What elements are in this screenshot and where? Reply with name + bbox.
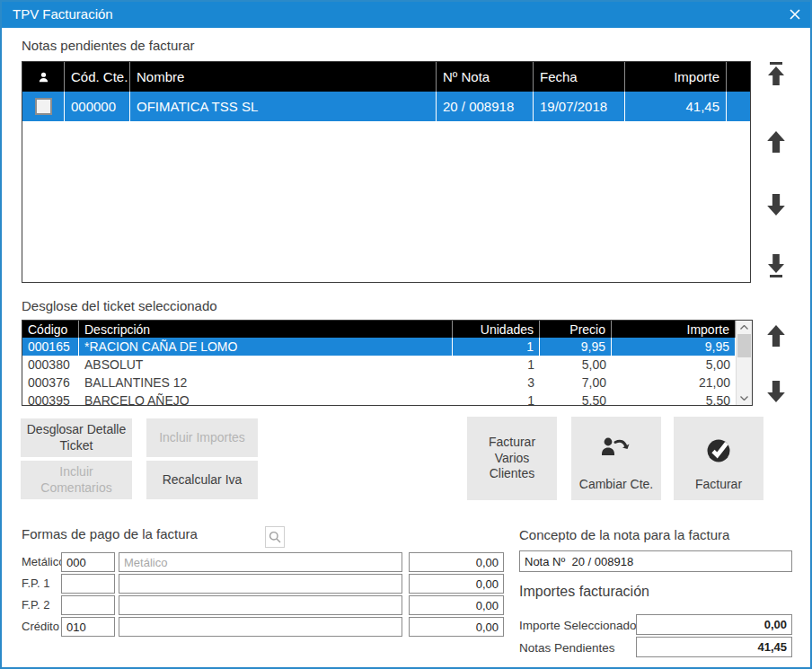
cell-descripcion: ABSOLUT [79,356,453,374]
ticket-detail-header: Código Descripción Unidades Precio Impor… [22,321,736,338]
cell-descripcion: BARCELO AÑEJO [79,392,453,406]
arrow-up-icon [767,325,785,347]
payment-amount-credito[interactable] [409,617,504,637]
client-column-header[interactable] [22,62,65,92]
column-header-nombre[interactable]: Nombre [130,62,437,92]
payment-amount-metalico[interactable] [409,552,504,572]
payment-code-credito[interactable] [61,617,115,637]
detail-scrollbar[interactable] [736,321,752,405]
payment-desc-metalico[interactable] [119,552,402,572]
column-header-importe[interactable]: Importe [612,321,736,338]
desglosar-detalle-button[interactable]: Desglosar Detalle Ticket [21,418,132,457]
arrow-down-icon [767,194,785,216]
facturar-button[interactable]: Facturar [674,417,763,500]
table-row[interactable]: 000376 BALLANTINES 12 3 7,00 21,00 [22,374,736,392]
column-header-descripcion[interactable]: Descripción [79,321,453,338]
check-circle-icon [674,436,763,463]
chevron-down-icon [740,396,748,401]
change-user-icon [571,436,661,460]
row-checkbox[interactable] [35,98,52,115]
window-title: TPV Facturación [13,6,113,22]
column-header-unidades[interactable]: Unidades [453,321,540,338]
payment-code-metalico[interactable] [61,552,115,572]
pending-notes-total-value[interactable] [636,637,792,657]
move-up-button[interactable] [762,126,790,158]
cell-unidades: 1 [453,392,540,406]
column-header-codigo[interactable]: Código [22,321,79,338]
payment-code-fp1[interactable] [61,574,115,594]
close-icon [790,9,800,20]
cell-precio: 7,00 [540,374,612,392]
payment-desc-credito[interactable] [119,617,402,637]
cambiar-cliente-button[interactable]: Cambiar Cte. [571,417,661,500]
payment-label-credito: Crédito [22,617,59,637]
column-header-num-nota[interactable]: Nº Nota [437,62,534,92]
scrollbar-thumb[interactable] [737,334,751,357]
cell-codigo: 000380 [22,356,79,374]
payment-desc-fp1[interactable] [119,574,402,594]
facturar-varios-button[interactable]: Facturar Varios Clientes [467,417,557,500]
table-row[interactable]: 000395 BARCELO AÑEJO 1 5,50 5,50 [22,392,736,406]
incluir-comentarios-button[interactable]: Incluir Comentarios [21,461,132,499]
cell-importe: 5,00 [612,356,736,374]
row-cod-cte: 000000 [65,92,130,121]
facturar-label: Facturar [695,477,742,493]
detail-move-down-button[interactable] [762,377,790,406]
payment-amount-fp1[interactable] [409,574,504,594]
column-header-cod-cte[interactable]: Cód. Cte. [65,62,130,92]
cell-importe: 9,95 [612,338,736,356]
payment-section-label: Formas de pago de la factura [22,526,198,541]
row-select-cell [22,92,65,121]
pending-notes-total-label: Notas Pendientes [519,641,615,655]
concept-input[interactable] [519,550,792,572]
row-fecha: 19/07/2018 [534,92,625,121]
cell-codigo: 000376 [22,374,79,392]
payment-code-fp2[interactable] [61,595,115,615]
cell-descripcion: BALLANTINES 12 [79,374,453,392]
selected-amount-label: Importe Seleccionado [519,619,637,632]
payment-label-fp2: F.P. 2 [22,595,50,615]
table-row[interactable]: 000165 *RACION CAÑA DE LOMO 1 9,95 9,95 [22,338,736,356]
title-bar: TPV Facturación [0,0,812,28]
payment-amount-fp2[interactable] [409,595,504,615]
incluir-importes-button[interactable]: Incluir Importes [146,418,258,457]
table-row[interactable]: 000000 OFIMATICA TSS SL 20 / 008918 19/0… [22,92,750,121]
person-icon [38,71,49,84]
scroll-down-button[interactable] [737,392,752,405]
chevron-up-icon [740,325,748,330]
column-header-fecha[interactable]: Fecha [534,62,625,92]
move-last-button[interactable] [762,250,790,282]
payment-label-metalico: Metálico [22,552,65,572]
pending-notes-grid: Cód. Cte. Nombre Nº Nota Fecha Importe 0… [22,61,751,283]
search-payment-button[interactable] [265,526,285,548]
close-button[interactable] [787,6,803,22]
selected-amount-value[interactable] [636,614,792,635]
scroll-up-button[interactable] [737,321,752,334]
column-header-importe[interactable]: Importe [625,62,727,92]
row-nombre: OFIMATICA TSS SL [130,92,437,121]
cell-codigo: 000165 [22,338,79,356]
arrow-up-icon [767,131,785,153]
arrow-down-icon [767,381,785,402]
table-row[interactable]: 000380 ABSOLUT 1 5,00 5,00 [22,356,736,374]
move-down-button[interactable] [762,189,790,221]
column-header-precio[interactable]: Precio [540,321,612,338]
ticket-detail-grid: Código Descripción Unidades Precio Impor… [22,320,753,406]
cell-codigo: 000395 [22,392,79,406]
ticket-detail-label: Desglose del ticket seleccionado [22,298,217,313]
row-importe: 41,45 [625,92,727,121]
cell-importe: 21,00 [612,374,736,392]
detail-move-up-button[interactable] [762,321,790,350]
move-first-button[interactable] [762,57,790,90]
arrow-up-bar-icon [767,62,785,85]
pending-notes-label: Notas pendientes de facturar [22,38,195,53]
arrow-down-bar-icon [767,254,785,277]
recalcular-iva-button[interactable]: Recalcular Iva [146,461,258,499]
cell-unidades: 3 [453,374,540,392]
payment-desc-fp2[interactable] [119,595,402,615]
pending-notes-header: Cód. Cte. Nombre Nº Nota Fecha Importe [22,62,750,92]
cell-unidades: 1 [453,338,540,356]
cambiar-cliente-label: Cambiar Cte. [579,477,653,493]
concept-label: Concepto de la nota para la factura [519,527,729,542]
row-num-nota: 20 / 008918 [437,92,534,121]
